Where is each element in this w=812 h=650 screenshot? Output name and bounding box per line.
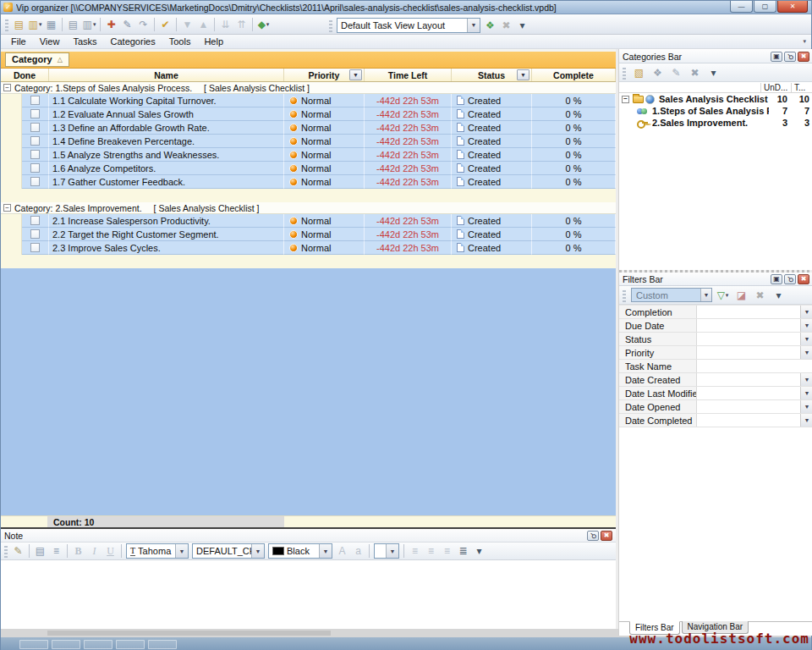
filter-dropdown-button[interactable]: ▼ — [800, 373, 812, 386]
chevron-down-icon[interactable]: ▾ — [93, 21, 96, 27]
task-checkbox[interactable] — [30, 243, 40, 252]
remove-filter-icon[interactable]: ✖ — [752, 287, 768, 303]
apply-layout-icon[interactable]: ❖ — [482, 17, 498, 33]
task-checkbox[interactable] — [30, 150, 40, 159]
filter-dropdown-button[interactable]: ▼ — [800, 306, 812, 318]
complete-task-icon[interactable]: ✔ — [157, 16, 173, 32]
font-color-combo[interactable]: Black ▼ — [268, 543, 332, 559]
maximize-button[interactable]: ▢ — [754, 1, 776, 13]
group-by-category-chip[interactable]: Category △ — [5, 52, 69, 67]
note-overflow-icon[interactable]: ▾ — [471, 543, 487, 559]
column-header-complete[interactable]: Complete — [532, 69, 616, 81]
open-database-icon[interactable]: ▥▾ — [27, 16, 43, 32]
filter-value-field[interactable] — [697, 414, 800, 427]
category-tree-row[interactable]: 2.Sales Improvement.33 — [619, 117, 812, 129]
task-checkbox[interactable] — [30, 216, 40, 225]
font-size-combo[interactable]: ▼ — [374, 543, 399, 559]
green-leaf-icon[interactable]: ◆▾ — [255, 16, 272, 32]
new-database-icon[interactable]: ▤ — [11, 16, 27, 32]
chevron-down-icon[interactable]: ▼ — [467, 19, 480, 32]
task-row[interactable]: 1.4 Define Breakeven Percentage.Normal-4… — [1, 135, 616, 148]
filter-dropdown-button[interactable]: ▼ — [517, 69, 529, 80]
toolbar-grip[interactable] — [5, 18, 8, 31]
column-total[interactable]: T... — [791, 83, 812, 92]
toolbar-grip[interactable] — [623, 289, 626, 302]
task-checkbox[interactable] — [30, 163, 40, 173]
toolbar-grip[interactable] — [4, 544, 8, 558]
filter-dropdown-button[interactable]: ▼ — [800, 414, 812, 427]
pin-panel-button[interactable]: ⚲ — [587, 531, 599, 541]
task-row[interactable]: 1.3 Define an Affordable Growth Rate.Nor… — [1, 121, 616, 135]
font-combo[interactable]: T Tahoma ▼ — [126, 543, 189, 559]
column-header-time-left[interactable]: Time Left — [365, 69, 452, 81]
filter-value-field[interactable] — [697, 306, 800, 318]
close-panel-button[interactable]: ✖ — [798, 52, 809, 62]
collapse-expander-icon[interactable]: − — [622, 96, 629, 103]
insert-file-icon[interactable]: ▤ — [32, 543, 48, 559]
chevron-down-icon[interactable]: ▾ — [39, 21, 42, 27]
filter-value-field[interactable] — [697, 346, 800, 359]
toolbar-overflow-icon[interactable]: ▾ — [514, 17, 530, 33]
menu-item-tasks[interactable]: Tasks — [66, 36, 103, 47]
filter-preset-combo[interactable]: Custom ▼ — [631, 288, 712, 302]
chevron-down-icon[interactable]: ▾ — [266, 21, 270, 27]
print-preview-icon[interactable]: ▥▾ — [81, 16, 97, 32]
column-header-status[interactable]: Status▼ — [452, 69, 532, 81]
menu-item-help[interactable]: Help — [197, 36, 230, 47]
new-task-icon[interactable]: ✚ — [103, 16, 119, 32]
column-header-name[interactable]: Name — [49, 69, 284, 81]
layout-combo[interactable]: Default Task View Layout ▼ — [337, 18, 480, 33]
menu-item-view[interactable]: View — [33, 36, 67, 47]
filter-value-field[interactable] — [697, 373, 800, 386]
task-checkbox[interactable] — [30, 177, 40, 186]
chevron-down-icon[interactable]: ▾ — [726, 292, 729, 298]
filters-overflow-icon[interactable]: ▾ — [771, 287, 787, 303]
edit-category-icon[interactable]: ✎ — [668, 64, 684, 80]
task-row[interactable]: 1.7 Gather Customer Feedback.Normal-442d… — [1, 175, 616, 189]
close-panel-button[interactable]: ✖ — [601, 531, 612, 541]
restore-panel-button[interactable]: ▣ — [771, 52, 782, 62]
toolbar-grip[interactable] — [623, 66, 626, 80]
filter-value-field[interactable] — [697, 333, 800, 345]
task-checkbox[interactable] — [30, 109, 40, 118]
edit-note-icon[interactable]: ✎ — [10, 543, 26, 559]
filter-value-field[interactable] — [697, 360, 812, 372]
task-row[interactable]: 1.6 Analyze Competitors.Normal-442d 22h … — [1, 162, 616, 175]
categories-overflow-icon[interactable]: ▾ — [705, 64, 721, 80]
filter-dropdown-button[interactable]: ▼ — [800, 333, 812, 345]
filter-dropdown-button[interactable]: ▼ — [800, 387, 812, 399]
close-button[interactable]: ✕ — [777, 1, 808, 13]
category-tree-row[interactable]: −Sales Analysis Checklist1010 — [619, 93, 812, 105]
task-row[interactable]: 2.1 Increase Salesperson Productivity.No… — [1, 214, 616, 228]
edit-task-icon[interactable]: ✎ — [119, 16, 135, 32]
task-row[interactable]: 2.3 Improve Sales Cycles.Normal-442d 22h… — [1, 241, 616, 255]
paragraph-marks-icon[interactable]: ≡ — [48, 543, 64, 559]
close-panel-button[interactable]: ✖ — [798, 274, 809, 284]
delete-category-icon[interactable]: ✖ — [687, 64, 703, 80]
column-header-priority[interactable]: Priority▼ — [284, 69, 365, 81]
filter-dropdown-button[interactable]: ▼ — [800, 346, 812, 359]
chevron-down-icon[interactable]: ▼ — [175, 544, 188, 558]
task-checkbox[interactable] — [30, 123, 40, 132]
category-group-row[interactable]: −Category: 2.Sales Improvement.[ Sales A… — [1, 202, 616, 214]
chevron-down-icon[interactable]: ▼ — [251, 544, 264, 558]
restore-panel-button[interactable]: ▣ — [771, 274, 782, 284]
category-group-row[interactable]: −Category: 1.Steps of Sales Analysis Pro… — [1, 82, 616, 94]
filter-value-field[interactable] — [697, 400, 800, 413]
add-subcategory-icon[interactable]: ❖ — [650, 64, 666, 80]
task-row[interactable]: 1.1 Calculate Working Capital Turnover.N… — [1, 94, 616, 107]
column-undone[interactable]: UnD... — [760, 83, 791, 92]
pin-panel-button[interactable]: ⚲ — [784, 52, 796, 62]
chevron-down-icon[interactable]: ▼ — [386, 544, 398, 558]
menu-overflow-icon[interactable]: ▾ — [803, 38, 806, 45]
add-category-icon[interactable]: ▧ — [631, 64, 647, 80]
pin-panel-button[interactable]: ⚲ — [784, 274, 796, 284]
note-editor-area[interactable] — [1, 560, 616, 629]
clear-filter-icon[interactable]: ◪ — [733, 287, 749, 303]
char-style-combo[interactable]: DEFAULT_CHAR ▼ — [192, 543, 265, 559]
filter-dropdown-button[interactable]: ▼ — [800, 319, 812, 332]
task-checkbox[interactable] — [30, 229, 40, 239]
menu-item-categories[interactable]: Categories — [104, 36, 162, 47]
column-header-done[interactable]: Done — [1, 69, 49, 81]
menu-item-tools[interactable]: Tools — [162, 36, 198, 47]
